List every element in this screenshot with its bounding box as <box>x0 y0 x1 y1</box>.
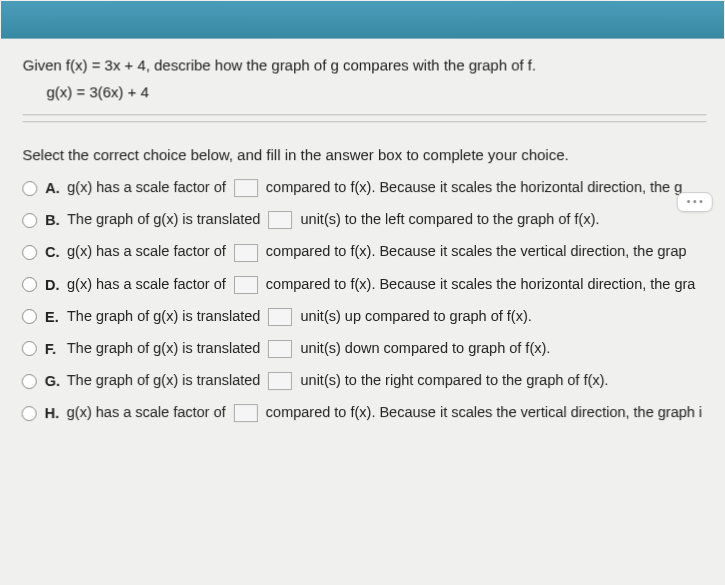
question-equation: g(x) = 3(6x) + 4 <box>47 83 707 100</box>
choice-pre: g(x) has a scale factor of <box>67 179 226 195</box>
instruction-text: Select the correct choice below, and fil… <box>22 146 706 163</box>
radio-icon[interactable] <box>22 406 37 421</box>
choice-text: g(x) has a scale factor of compared to f… <box>67 276 695 294</box>
choice-c[interactable]: C. g(x) has a scale factor of compared t… <box>22 243 707 261</box>
choice-pre: The graph of g(x) is translated <box>67 211 260 227</box>
choice-text: g(x) has a scale factor of compared to f… <box>67 243 686 261</box>
choice-text: The graph of g(x) is translated unit(s) … <box>67 340 551 358</box>
choice-pre: The graph of g(x) is translated <box>67 372 261 388</box>
choice-a[interactable]: A. g(x) has a scale factor of compared t… <box>22 179 706 197</box>
choice-post: compared to f(x). Because it scales the … <box>266 404 703 420</box>
answer-input[interactable] <box>268 340 292 358</box>
choice-e[interactable]: E. The graph of g(x) is translated unit(… <box>22 308 707 326</box>
choice-b[interactable]: B. The graph of g(x) is translated unit(… <box>22 211 707 229</box>
answer-input[interactable] <box>268 372 292 390</box>
answer-input[interactable] <box>234 244 258 262</box>
radio-icon[interactable] <box>22 309 37 324</box>
choice-h[interactable]: H. g(x) has a scale factor of compared t… <box>22 404 708 422</box>
choice-label: F. <box>45 341 67 357</box>
radio-icon[interactable] <box>22 181 37 196</box>
choice-text: The graph of g(x) is translated unit(s) … <box>67 308 532 326</box>
choice-post: compared to f(x). Because it scales the … <box>266 276 696 292</box>
choice-text: g(x) has a scale factor of compared to f… <box>67 179 682 197</box>
choice-post: compared to f(x). Because it scales the … <box>266 243 687 259</box>
radio-icon[interactable] <box>22 213 37 228</box>
choice-post: unit(s) to the right compared to the gra… <box>300 372 608 388</box>
choice-post: unit(s) up compared to graph of f(x). <box>300 308 531 324</box>
choice-text: The graph of g(x) is translated unit(s) … <box>67 211 599 229</box>
choice-post: unit(s) down compared to graph of f(x). <box>300 340 550 356</box>
choice-label: C. <box>45 244 67 260</box>
radio-icon[interactable] <box>22 341 37 356</box>
choice-label: G. <box>45 373 67 389</box>
choice-text: g(x) has a scale factor of compared to f… <box>67 404 703 422</box>
choice-pre: g(x) has a scale factor of <box>67 243 226 259</box>
choice-label: D. <box>45 277 67 293</box>
question-stem: Given f(x) = 3x + 4, describe how the gr… <box>23 57 707 74</box>
choice-pre: g(x) has a scale factor of <box>67 276 226 292</box>
radio-icon[interactable] <box>22 277 37 292</box>
choice-post: compared to f(x). Because it scales the … <box>266 179 682 195</box>
answer-input[interactable] <box>268 308 292 326</box>
question-content: Given f(x) = 3x + 4, describe how the gr… <box>0 39 725 423</box>
more-options-button[interactable]: • • • <box>677 192 713 212</box>
answer-input[interactable] <box>234 179 258 197</box>
answer-input[interactable] <box>234 276 258 294</box>
top-bar <box>1 1 724 39</box>
choice-label: E. <box>45 309 67 325</box>
choice-label: B. <box>45 212 67 228</box>
choice-f[interactable]: F. The graph of g(x) is translated unit(… <box>22 340 707 358</box>
choice-post: unit(s) to the left compared to the grap… <box>301 211 600 227</box>
choice-label: A. <box>45 180 67 196</box>
choice-text: The graph of g(x) is translated unit(s) … <box>67 372 609 390</box>
divider <box>23 114 707 115</box>
answer-input[interactable] <box>269 211 293 229</box>
choice-g[interactable]: G. The graph of g(x) is translated unit(… <box>22 372 708 390</box>
choice-pre: The graph of g(x) is translated <box>67 340 261 356</box>
choice-label: H. <box>45 405 67 421</box>
choice-d[interactable]: D. g(x) has a scale factor of compared t… <box>22 276 707 294</box>
radio-icon[interactable] <box>22 245 37 260</box>
divider <box>23 121 707 122</box>
choice-list: A. g(x) has a scale factor of compared t… <box>22 179 708 422</box>
choice-pre: g(x) has a scale factor of <box>67 404 226 420</box>
choice-pre: The graph of g(x) is translated <box>67 308 261 324</box>
radio-icon[interactable] <box>22 374 37 389</box>
answer-input[interactable] <box>234 404 258 422</box>
